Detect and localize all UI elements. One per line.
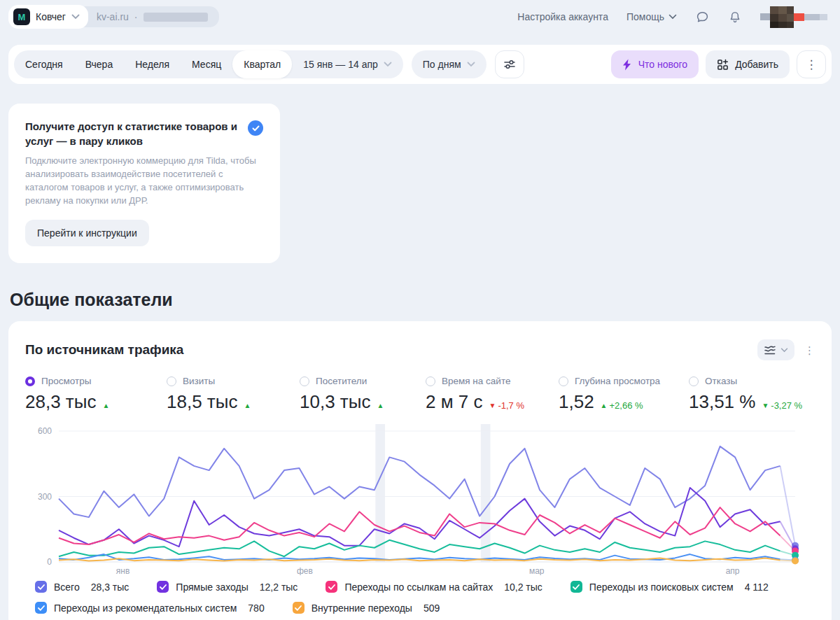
metric-label: Просмотры <box>41 376 91 386</box>
metric-value: 18,5 тыс <box>167 391 237 413</box>
counter-pill[interactable]: M Ковчег <box>8 5 88 29</box>
date-range-selector[interactable]: 15 янв — 14 апр <box>292 59 403 70</box>
feedback-chat-icon[interactable] <box>695 10 710 24</box>
metric-label: Визиты <box>183 376 215 386</box>
user-avatar[interactable] <box>760 5 827 29</box>
metric-visits[interactable]: Визиты 18,5 тыс▲ <box>167 376 300 413</box>
metric-views[interactable]: Просмотры 28,3 тыс▲ <box>25 376 167 413</box>
widget-more-menu-button[interactable]: ⋮ <box>804 345 815 355</box>
radio-icon[interactable] <box>426 376 435 386</box>
traffic-line-chart[interactable]: 0300600янвфевмарапр <box>25 423 815 578</box>
legend-label: Переходы по ссылкам на сайтах <box>344 582 493 593</box>
radio-icon[interactable] <box>689 376 699 386</box>
help-label: Помощь <box>626 11 664 22</box>
legend-checkbox-icon[interactable] <box>326 581 337 593</box>
promo-instruction-button[interactable]: Перейти к инструкции <box>25 220 149 246</box>
counter-site-pill[interactable]: kv-ai.ru · <box>78 6 219 27</box>
metric-delta: -3,27 % <box>771 400 802 411</box>
period-today[interactable]: Сегодня <box>14 50 74 78</box>
separator-dot: · <box>134 11 138 22</box>
legend-item-search[interactable]: Переходы из поисковых систем 4 112 <box>570 581 769 593</box>
period-month[interactable]: Месяц <box>181 50 232 78</box>
legend-value: 10,2 тыс <box>504 582 542 593</box>
legend-label: Переходы из рекомендательных систем <box>54 603 237 614</box>
chevron-down-icon <box>467 62 475 67</box>
metric-time-on-site[interactable]: Время на сайте 2 м 7 с▼-1,7 % <box>426 376 559 413</box>
whats-new-label: Что нового <box>638 59 687 70</box>
blurred-counter-id <box>144 13 208 22</box>
legend-value: 28,3 тыс <box>91 582 130 593</box>
period-week[interactable]: Неделя <box>124 50 181 78</box>
granularity-label: По дням <box>423 59 461 70</box>
svg-text:мар: мар <box>529 566 545 575</box>
counter-name: Ковчег <box>36 11 66 22</box>
account-settings-link[interactable]: Настройка аккаунта <box>517 11 608 22</box>
granularity-selector[interactable]: По дням <box>412 50 486 78</box>
metric-value: 10,3 тыс <box>300 391 370 413</box>
legend-checkbox-icon[interactable] <box>293 602 304 614</box>
trend-down-icon: ▼ <box>762 402 769 409</box>
metric-bounce-rate[interactable]: Отказы 13,51 %▼-3,27 % <box>689 376 815 413</box>
sliders-filter-icon <box>503 58 516 71</box>
legend-checkbox-icon[interactable] <box>35 581 47 593</box>
legend-label: Внутренние переходы <box>312 603 412 614</box>
metric-visitors[interactable]: Посетители 10,3 тыс▲ <box>300 376 426 413</box>
radio-selected-icon[interactable] <box>25 376 35 386</box>
date-range-label: 15 янв — 14 апр <box>303 59 378 70</box>
svg-text:фев: фев <box>297 566 313 575</box>
check-circle-icon[interactable] <box>248 120 263 136</box>
legend-label: Переходы из поисковых систем <box>589 582 734 593</box>
svg-text:0: 0 <box>47 557 52 567</box>
metric-label: Отказы <box>705 376 737 386</box>
metrica-counter-logo-icon: M <box>13 8 30 25</box>
promo-description: Подключите электронную коммерцию для Til… <box>25 155 263 207</box>
metric-page-depth[interactable]: Глубина просмотра 1,52▲+2,66 % <box>559 376 689 413</box>
add-widget-button[interactable]: Добавить <box>706 50 790 78</box>
legend-item-recommendations[interactable]: Переходы из рекомендательных систем 780 <box>35 602 265 614</box>
radio-icon[interactable] <box>167 376 176 386</box>
legend-item-total[interactable]: Всего 28,3 тыс <box>35 581 129 593</box>
toolbar-more-menu-button[interactable]: ⋮ <box>797 50 826 78</box>
legend-value: 12,2 тыс <box>260 582 298 593</box>
legend-checkbox-icon[interactable] <box>570 581 582 593</box>
svg-text:300: 300 <box>38 492 52 502</box>
legend-value: 509 <box>424 603 440 614</box>
svg-text:янв: янв <box>116 566 130 575</box>
metric-label: Время на сайте <box>442 376 510 386</box>
radio-icon[interactable] <box>559 376 568 386</box>
notifications-bell-icon[interactable] <box>728 10 742 24</box>
trend-down-icon: ▼ <box>489 402 496 409</box>
section-title: Общие показатели <box>10 290 840 310</box>
legend-value: 4 112 <box>745 582 769 593</box>
top-header: M Ковчег kv-ai.ru · Настройка аккаунта П… <box>0 0 840 34</box>
chart-legend: Всего 28,3 тыс Прямые заходы 12,2 тыс Пе… <box>25 581 815 614</box>
promo-title: Получите доступ к статистике товаров и у… <box>25 119 239 148</box>
help-menu[interactable]: Помощь <box>626 11 677 22</box>
counter-switcher[interactable]: M Ковчег kv-ai.ru · <box>8 5 219 29</box>
traffic-sources-widget: По источникам трафика ⋮ Просмотры 28,3 т… <box>8 321 832 620</box>
metric-value: 13,51 % <box>689 391 755 413</box>
legend-item-internal[interactable]: Внутренние переходы 509 <box>293 602 440 614</box>
legend-item-site-links[interactable]: Переходы по ссылкам на сайтах 10,2 тыс <box>326 581 542 593</box>
ecommerce-promo-card: Получите доступ к статистике товаров и у… <box>8 104 280 263</box>
metric-value: 28,3 тыс <box>25 391 96 413</box>
legend-value: 780 <box>248 603 264 614</box>
metric-tiles: Просмотры 28,3 тыс▲ Визиты 18,5 тыс▲ Пос… <box>25 376 815 413</box>
whats-new-button[interactable]: Что нового <box>611 50 699 78</box>
traffic-chart-svg: 0300600янвфевмарапр <box>25 423 815 575</box>
legend-checkbox-icon[interactable] <box>157 581 169 593</box>
trend-up-icon: ▲ <box>102 402 109 409</box>
radio-icon[interactable] <box>300 376 309 386</box>
period-yesterday[interactable]: Вчера <box>74 50 125 78</box>
legend-item-direct[interactable]: Прямые заходы 12,2 тыс <box>157 581 298 593</box>
period-quarter[interactable]: Квартал <box>232 50 292 78</box>
chart-type-selector[interactable] <box>757 339 794 360</box>
trend-up-icon: ▲ <box>244 402 251 409</box>
legend-checkbox-icon[interactable] <box>35 602 47 614</box>
metric-label: Посетители <box>316 376 367 386</box>
chevron-down-icon <box>668 14 677 20</box>
metric-value: 1,52 <box>559 391 594 413</box>
counter-site-url: kv-ai.ru <box>97 11 129 22</box>
legend-label: Всего <box>54 582 80 593</box>
segments-filter-button[interactable] <box>495 50 524 78</box>
